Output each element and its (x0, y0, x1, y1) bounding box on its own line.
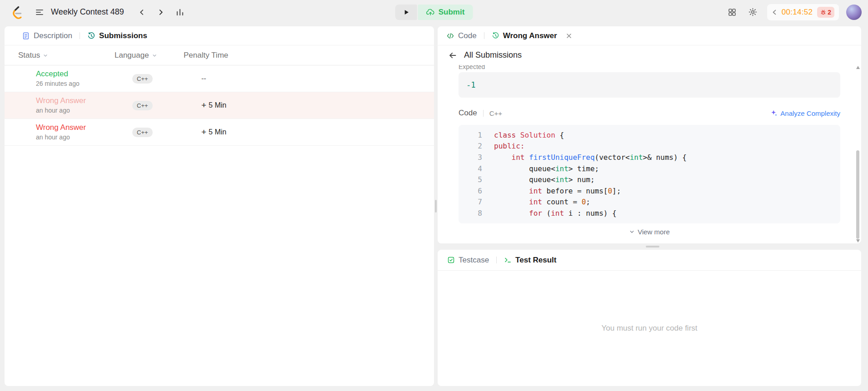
bug-count-badge[interactable]: 2 (817, 7, 834, 18)
code-line: 6 int before = nums[0]; (459, 185, 840, 197)
status-cell: Wrong Answer an hour ago (18, 97, 115, 114)
contest-timer[interactable]: 00:14:52 2 (767, 4, 839, 20)
column-status-label: Status (18, 51, 40, 60)
avatar[interactable] (846, 5, 862, 20)
code-line: 7 int count = 0; (459, 197, 840, 208)
arrow-left-icon (448, 51, 457, 60)
penalty-value: -- (201, 74, 206, 83)
code-line: 3 int firstUniqueFreq(vector<int>& nums)… (459, 152, 840, 163)
ranking-button[interactable] (173, 5, 187, 19)
language-badge: C++ (132, 101, 153, 110)
language-badge: C++ (132, 128, 153, 137)
tab-code[interactable]: Code (446, 31, 477, 40)
list-icon (35, 8, 44, 17)
tab-testcase[interactable]: Testcase (447, 256, 489, 265)
back-button[interactable] (448, 50, 458, 60)
line-number: 5 (459, 175, 482, 184)
line-code: queue<int> time; (494, 164, 599, 173)
scroll-up-arrow[interactable] (856, 66, 860, 69)
penalty: + 5 Min (201, 127, 434, 137)
contest-app: Weekly Contest 489 (0, 0, 868, 391)
line-code: int before = nums[0]; (494, 187, 621, 195)
tab-wrong-answer-label: Wrong Answer (503, 31, 557, 40)
code-line: 1 class Solution { (459, 129, 840, 141)
expected-label-clipped: Expected (459, 65, 840, 71)
view-more-button[interactable]: View more (459, 228, 840, 236)
settings-button[interactable] (746, 5, 760, 19)
table-row[interactable]: Accepted 26 minutes ago C++ + -- (5, 65, 434, 92)
code-block: 1 class Solution { 2 public: 3 int first… (459, 125, 840, 223)
code-line: 4 queue<int> time; (459, 163, 840, 174)
submission-when: an hour ago (36, 107, 115, 114)
penalty-value: 5 Min (209, 101, 226, 109)
gear-icon (748, 7, 758, 17)
line-number: 4 (459, 164, 482, 173)
code-line: 8 for (int i : nums) { (459, 208, 840, 219)
tab-description[interactable]: Description (22, 31, 72, 40)
submit-label: Submit (439, 8, 465, 17)
language-badge: C++ (132, 74, 153, 84)
line-number: 2 (459, 142, 482, 150)
scrollbar-thumb[interactable] (856, 150, 859, 239)
table-row[interactable]: Wrong Answer an hour ago C++ + 5 Min (5, 92, 434, 119)
panel-resize-handle-horizontal[interactable] (646, 246, 659, 247)
expected-output-box: -1 (459, 72, 840, 98)
problem-list-button[interactable] (33, 5, 46, 19)
code-line: 2 public: (459, 141, 840, 152)
column-language-label: Language (115, 51, 149, 60)
chevron-down-icon (152, 53, 157, 58)
column-penalty-label: Penalty Time (184, 51, 228, 60)
status-cell: Accepted 26 minutes ago (18, 70, 115, 88)
line-number: 6 (459, 187, 482, 195)
code-panel-tabs: Code Wrong Answer (438, 26, 861, 45)
play-icon (403, 9, 409, 15)
line-code: for (int i : nums) { (494, 209, 617, 218)
language-cell: C++ (115, 74, 184, 84)
divider (483, 110, 484, 117)
line-code: queue<int> num; (494, 175, 595, 184)
tab-divider (496, 257, 497, 263)
leetcode-logo[interactable] (10, 5, 22, 19)
close-icon (566, 33, 572, 39)
submissions-panel: Description Submissions Status Langu (5, 26, 434, 386)
bug-count: 2 (828, 9, 831, 16)
sparkle-icon (770, 109, 778, 117)
line-number: 7 (459, 198, 482, 206)
console-tabs: Testcase Test Result (438, 250, 861, 271)
chevron-right-icon (157, 8, 165, 16)
submit-button[interactable]: Submit (418, 5, 473, 20)
collapse-timer-icon[interactable] (772, 9, 777, 15)
empty-result-message: You must run your code first (601, 324, 697, 333)
left-panel-tabs: Description Submissions (5, 26, 434, 45)
analyze-complexity-link[interactable]: Analyze Complexity (770, 109, 840, 117)
column-status[interactable]: Status (18, 51, 115, 60)
next-problem-button[interactable] (154, 5, 168, 19)
penalty-cell: + 5 Min (184, 127, 434, 137)
chevron-down-icon (43, 53, 48, 58)
close-tab-button[interactable] (566, 33, 572, 39)
topbar-right: 00:14:52 2 (725, 4, 862, 20)
tab-wrong-answer[interactable]: Wrong Answer (492, 31, 572, 40)
code-panel: Code Wrong Answer (438, 26, 861, 243)
vertical-scrollbar[interactable] (855, 66, 861, 243)
run-button[interactable] (395, 5, 417, 20)
scroll-down-arrow[interactable] (856, 239, 860, 243)
tab-divider (80, 32, 80, 39)
submission-detail-scroll-area: Expected -1 Code C++ Analyze Complexity (438, 65, 861, 243)
view-more-label: View more (638, 228, 670, 236)
topbar-left: Weekly Contest 489 (10, 5, 187, 19)
panel-resize-handle-vertical[interactable] (435, 200, 437, 213)
bug-icon (820, 9, 826, 15)
layout-button[interactable] (725, 5, 739, 19)
table-row[interactable]: Wrong Answer an hour ago C++ + 5 Min (5, 119, 434, 146)
penalty: + 5 Min (201, 100, 434, 110)
tab-test-result[interactable]: Test Result (504, 256, 556, 265)
expected-label: Expected (459, 65, 840, 70)
tab-submissions[interactable]: Submissions (87, 31, 147, 40)
submission-status: Accepted (36, 70, 115, 79)
column-language[interactable]: Language (115, 51, 184, 60)
history-icon (492, 32, 499, 40)
submission-status: Wrong Answer (36, 124, 115, 132)
prev-problem-button[interactable] (135, 5, 149, 19)
tab-divider (484, 32, 484, 39)
